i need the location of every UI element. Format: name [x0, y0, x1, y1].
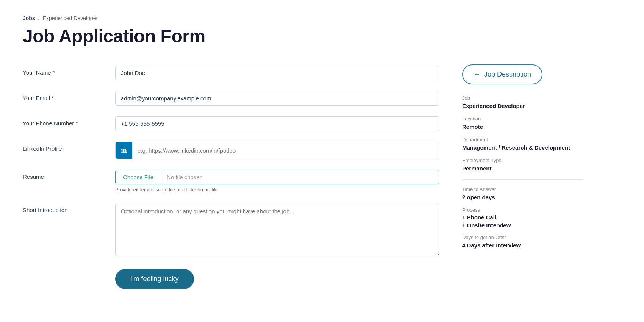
linkedin-input-wrapper: in [115, 142, 439, 159]
file-upload-wrapper: Choose File No file chosen [115, 170, 439, 184]
sidebar-job: Job Experienced Developer [462, 95, 583, 110]
arrow-left-icon: ← [474, 70, 480, 78]
phone-field-wrapper [115, 116, 439, 131]
sidebar-time: Time to Answer 2 open days [462, 186, 583, 201]
sidebar-divider-1 [462, 179, 583, 180]
sidebar-employment-label: Employment Type [462, 158, 583, 163]
email-label: Your Email * [23, 91, 106, 101]
linkedin-field-wrapper: in [115, 142, 439, 159]
sidebar-offer: Days to get an Offer 4 Days after Interv… [462, 234, 583, 249]
email-input[interactable] [115, 91, 439, 106]
name-row: Your Name * [23, 60, 439, 86]
name-label: Your Name * [23, 66, 106, 76]
sidebar-job-value: Experienced Developer [462, 102, 583, 110]
intro-label: Short Introduction [23, 203, 106, 213]
file-hint: Provide either a resume file or a linked… [115, 187, 439, 192]
sidebar-department: Department Management / Research & Devel… [462, 137, 583, 152]
sidebar-time-value: 2 open days [462, 193, 583, 201]
sidebar-department-label: Department [462, 137, 583, 142]
sidebar-offer-label: Days to get an Offer [462, 234, 583, 240]
name-input[interactable] [115, 66, 439, 80]
breadcrumb-separator: / [38, 15, 40, 21]
phone-row: Your Phone Number * [23, 111, 439, 136]
sidebar-job-label: Job [462, 95, 583, 101]
linkedin-input[interactable] [132, 144, 439, 158]
phone-input[interactable] [115, 116, 439, 131]
sidebar-offer-value: 4 Days after Interview [462, 241, 583, 249]
breadcrumb-jobs[interactable]: Jobs [23, 15, 35, 21]
email-row: Your Email * [23, 86, 439, 111]
page-title: Job Application Form [23, 26, 439, 47]
linkedin-icon: in [116, 142, 132, 159]
job-desc-btn-label: Job Description [484, 70, 531, 78]
breadcrumb-current: Experienced Developer [43, 15, 98, 21]
linkedin-label: LinkedIn Profile [23, 142, 106, 152]
file-name-display: No file chosen [161, 170, 439, 184]
sidebar-location-label: Location [462, 116, 583, 122]
submit-button[interactable]: I'm feeling lucky [115, 269, 194, 289]
sidebar-time-label: Time to Answer [462, 186, 583, 192]
sidebar-employment: Employment Type Permanent [462, 158, 583, 172]
linkedin-row: LinkedIn Profile in [23, 136, 439, 164]
phone-label: Your Phone Number * [23, 116, 106, 127]
email-field-wrapper [115, 91, 439, 106]
intro-textarea[interactable] [115, 203, 439, 256]
sidebar-location-value: Remote [462, 123, 583, 131]
name-field [115, 66, 439, 80]
sidebar: ← Job Description Job Experienced Develo… [462, 15, 583, 307]
resume-field-wrapper: Choose File No file chosen Provide eithe… [115, 170, 439, 192]
intro-row: Short Introduction [23, 198, 439, 263]
resume-label: Resume [23, 170, 106, 180]
job-description-button[interactable]: ← Job Description [462, 64, 542, 84]
main-content: Jobs / Experienced Developer Job Applica… [23, 15, 439, 307]
application-form: Your Name * Your Email * Your Phone Numb… [23, 60, 439, 263]
linkedin-icon-text: in [121, 147, 127, 155]
breadcrumb: Jobs / Experienced Developer [23, 15, 439, 21]
sidebar-employment-value: Permanent [462, 164, 583, 172]
sidebar-process: Process 1 Phone Call 1 Onsite Interview [462, 207, 583, 228]
sidebar-process-item-1: 1 Phone Call [462, 214, 583, 220]
sidebar-process-label: Process [462, 207, 583, 213]
sidebar-process-item-2: 1 Onsite Interview [462, 222, 583, 228]
choose-file-button[interactable]: Choose File [116, 170, 161, 184]
sidebar-department-value: Management / Research & Development [462, 144, 583, 152]
intro-field-wrapper [115, 203, 439, 258]
resume-row: Resume Choose File No file chosen Provid… [23, 164, 439, 198]
sidebar-location: Location Remote [462, 116, 583, 131]
